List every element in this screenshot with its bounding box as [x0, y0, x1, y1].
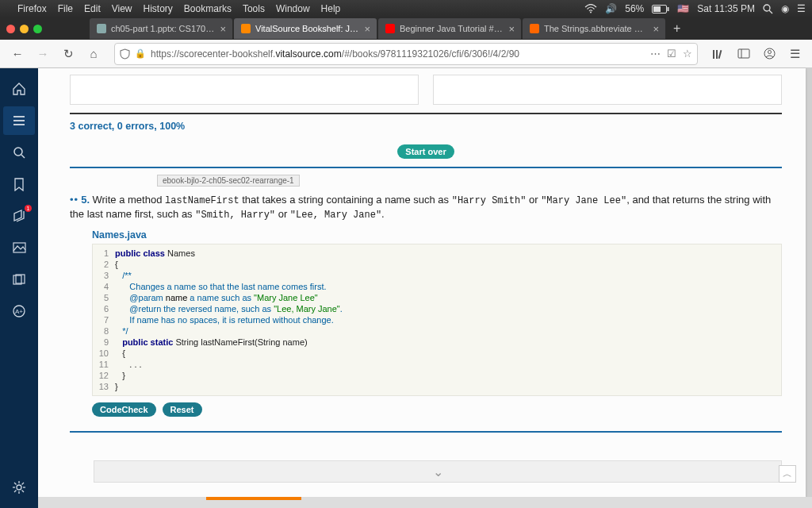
line-number: 6: [93, 303, 115, 314]
code-line[interactable]: 3 /**: [93, 270, 781, 281]
svg-rect-9: [738, 49, 749, 58]
exercise-tag: ebook-bjlo-2-ch05-sec02-rearrange-1: [157, 175, 300, 187]
tab-close-icon[interactable]: ×: [364, 23, 370, 35]
nav-back-button[interactable]: ←: [6, 43, 29, 65]
menu-help[interactable]: Help: [321, 3, 341, 14]
code-line[interactable]: 12 }: [93, 370, 781, 381]
url-bar[interactable]: 🔒 https://scorecenter-bookshelf.vitalsou…: [114, 43, 698, 65]
code-line[interactable]: 11 . . .: [93, 359, 781, 370]
menu-file[interactable]: File: [58, 3, 73, 14]
bookmark-star-icon[interactable]: ☆: [683, 48, 692, 60]
svg-rect-2: [668, 7, 669, 11]
code-line[interactable]: 4 Changes a name so that the last name c…: [93, 281, 781, 292]
svg-line-5: [769, 10, 772, 13]
code-line[interactable]: 1public class Names: [93, 248, 781, 259]
url-more-icon[interactable]: ⋯: [650, 48, 661, 60]
line-number: 10: [93, 348, 115, 359]
window-minimize-button[interactable]: [20, 25, 29, 33]
window-bottom-strip: [38, 497, 812, 508]
browser-tab-0[interactable]: ch05-part 1.pptx: CS170-2628×: [90, 18, 232, 39]
control-center-icon[interactable]: ◉: [781, 3, 789, 14]
account-icon[interactable]: [758, 43, 780, 65]
tab-label: Beginner Java Tutorial #5 Decl: [400, 24, 504, 33]
app-name[interactable]: Firefox: [17, 3, 47, 14]
code-line[interactable]: 2{: [93, 259, 781, 270]
sidebar-grade-icon[interactable]: A+: [3, 297, 35, 325]
start-over-button[interactable]: Start over: [397, 144, 454, 159]
sidebar-settings-icon[interactable]: [3, 473, 35, 502]
wifi-icon[interactable]: [584, 4, 597, 13]
code-line[interactable]: 5 @param name a name such as "Mary Jane …: [93, 292, 781, 303]
lock-icon[interactable]: 🔒: [135, 48, 146, 59]
menu-window[interactable]: Window: [276, 3, 310, 14]
code-text: }: [115, 370, 125, 381]
shield-icon[interactable]: [120, 48, 130, 60]
menu-icon[interactable]: ☰: [797, 3, 806, 14]
svg-point-0: [590, 12, 592, 13]
sidebar-flashcards-icon[interactable]: 1: [3, 202, 35, 230]
svg-line-18: [21, 155, 25, 158]
code-line[interactable]: 10 {: [93, 348, 781, 359]
sidebar-notes-icon[interactable]: [3, 265, 35, 294]
new-tab-button[interactable]: +: [667, 21, 687, 36]
nav-home-button[interactable]: ⌂: [82, 43, 105, 65]
divider: [70, 113, 782, 114]
sidebar-search-icon[interactable]: [3, 138, 35, 167]
browser-tab-1[interactable]: VitalSource Bookshelf: Java Co×: [234, 18, 377, 39]
sidebar-icon[interactable]: [733, 43, 755, 65]
scroll-top-button[interactable]: ︿: [779, 465, 796, 483]
code-line[interactable]: 8 */: [93, 325, 781, 337]
url-text: https://scorecenter-bookshelf.vitalsourc…: [151, 48, 645, 60]
menu-edit[interactable]: Edit: [84, 3, 101, 14]
line-number: 1: [93, 248, 115, 259]
code-editor[interactable]: 1public class Names2{3 /**4 Changes a na…: [92, 244, 782, 396]
answer-box-right[interactable]: [433, 75, 782, 105]
code-line[interactable]: 6 @return the reversed name, such as "Le…: [93, 303, 781, 314]
score-text: 3 correct, 0 errors, 100%: [70, 121, 782, 132]
menu-bookmarks[interactable]: Bookmarks: [184, 3, 232, 14]
browser-tab-2[interactable]: Beginner Java Tutorial #5 Decl×: [378, 18, 521, 39]
menu-view[interactable]: View: [112, 3, 132, 14]
flag-icon[interactable]: 🇺🇸: [677, 3, 689, 14]
chevron-down-icon[interactable]: ⌄: [433, 464, 443, 479]
svg-point-17: [14, 148, 22, 156]
browser-tab-3[interactable]: The Strings.abbreviate Method×: [523, 18, 665, 39]
window-close-button[interactable]: [6, 25, 15, 33]
spotlight-icon[interactable]: [763, 4, 773, 14]
nav-forward-button[interactable]: →: [32, 43, 54, 65]
hamburger-menu-icon[interactable]: ☰: [783, 43, 806, 65]
sidebar-home-icon[interactable]: [3, 75, 35, 103]
answer-box-left[interactable]: [70, 75, 419, 105]
code-line[interactable]: 7 If name has no spaces, it is returned …: [93, 314, 781, 325]
page-content: 3 correct, 0 errors, 100% Start over ebo…: [38, 68, 806, 497]
sidebar-bookmark-icon[interactable]: [3, 170, 35, 198]
tab-label: ch05-part 1.pptx: CS170-2628: [111, 24, 216, 33]
codecheck-button[interactable]: CodeCheck: [92, 402, 156, 417]
code-text: /**: [115, 270, 132, 281]
sidebar-toc-icon[interactable]: [3, 106, 35, 135]
menu-history[interactable]: History: [144, 3, 173, 14]
tab-close-icon[interactable]: ×: [508, 23, 515, 35]
svg-rect-8: [718, 49, 722, 58]
tab-close-icon[interactable]: ×: [220, 23, 226, 35]
sidebar-figure-icon[interactable]: [3, 233, 35, 262]
tab-label: VitalSource Bookshelf: Java Co: [255, 24, 360, 33]
code-text: {: [115, 348, 125, 359]
library-icon[interactable]: [707, 43, 730, 65]
browser-tabstrip: ch05-part 1.pptx: CS170-2628×VitalSource…: [0, 17, 812, 40]
section-divider-bottom: [70, 431, 782, 433]
clock[interactable]: Sat 11:35 PM: [697, 3, 755, 14]
nav-reload-button[interactable]: ↻: [57, 43, 79, 65]
svg-rect-6: [713, 50, 714, 59]
volume-icon[interactable]: 🔊: [605, 3, 617, 14]
line-number: 8: [93, 325, 115, 337]
tab-close-icon[interactable]: ×: [653, 23, 659, 35]
code-line[interactable]: 13}: [93, 381, 781, 392]
window-zoom-button[interactable]: [33, 25, 42, 33]
reader-mode-icon[interactable]: ☑: [667, 48, 676, 60]
menu-tools[interactable]: Tools: [243, 3, 265, 14]
reset-button[interactable]: Reset: [163, 402, 202, 417]
page-footer-bar[interactable]: ⌄: [94, 460, 782, 483]
tab-favicon: [529, 23, 540, 34]
code-line[interactable]: 9 public static String lastNameFirst(Str…: [93, 337, 781, 348]
